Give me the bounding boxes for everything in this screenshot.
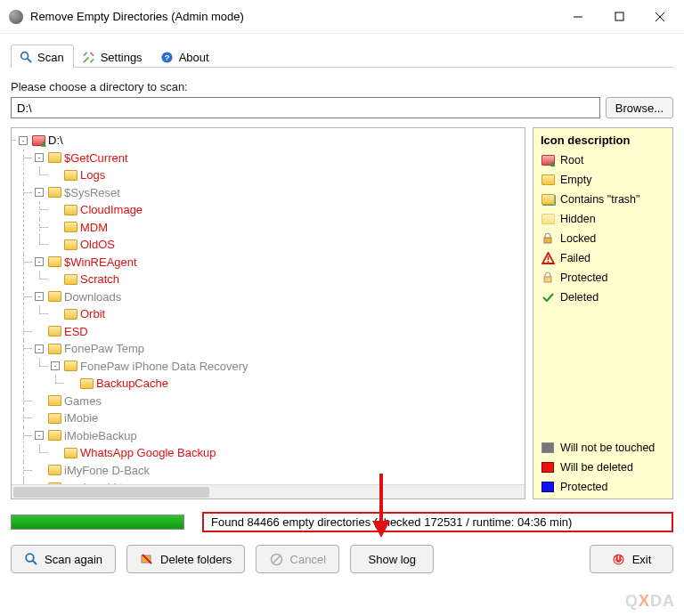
tree-item-label: iMobieBackup xyxy=(64,427,137,445)
tree-item[interactable]: Logs xyxy=(49,166,523,184)
folder-icon xyxy=(64,309,77,320)
tree-item-label: Logs xyxy=(80,166,105,184)
button-label: Browse... xyxy=(615,101,664,115)
tree-item[interactable]: WhatsApp Google Backup xyxy=(49,444,523,462)
tree-item[interactable]: ESD xyxy=(33,323,523,341)
search-icon xyxy=(19,50,33,64)
tree-item[interactable]: iMobie xyxy=(33,409,523,427)
folder-icon xyxy=(80,378,94,389)
folder-icon xyxy=(48,256,61,267)
button-label: Exit xyxy=(632,553,652,566)
shield-icon xyxy=(541,272,555,284)
root-icon xyxy=(541,154,555,166)
tab-label: About xyxy=(179,51,209,64)
tree-item-label: FonePaw Temp xyxy=(64,340,144,358)
progress-bar xyxy=(11,515,184,530)
legend-title: Icon description xyxy=(541,134,665,147)
folder-icon xyxy=(48,413,61,424)
expand-toggle[interactable]: - xyxy=(35,292,44,301)
expand-toggle[interactable]: - xyxy=(35,188,44,197)
tree-item[interactable]: Games xyxy=(33,393,523,410)
root-icon xyxy=(32,135,45,146)
warning-icon xyxy=(541,252,555,264)
tab-scan[interactable]: Scan xyxy=(11,45,74,68)
expand-toggle[interactable]: - xyxy=(19,136,28,145)
legend-root: Root xyxy=(541,154,665,166)
legend-not-touched: Will not be touched xyxy=(541,442,665,454)
tree-item[interactable]: Orbit xyxy=(49,305,523,323)
tab-label: Settings xyxy=(101,51,142,64)
show-log-button[interactable]: Show log xyxy=(350,545,434,573)
horizontal-scrollbar[interactable] xyxy=(12,484,525,498)
tree-view[interactable]: -D:\-$GetCurrentLogs-$SysResetCloudImage… xyxy=(11,127,525,499)
tree-item[interactable]: iMyFone D-Back xyxy=(33,462,523,480)
legend-hidden: Hidden xyxy=(541,213,665,225)
tree-item-label: Downloads xyxy=(64,288,121,306)
tree-item[interactable]: MDM xyxy=(49,219,523,237)
tools-icon xyxy=(82,50,96,64)
tree-item[interactable]: OldOS xyxy=(49,236,523,254)
delete-folders-button[interactable]: Delete folders xyxy=(126,545,245,573)
legend-panel: Icon description Root Empty Contains "tr… xyxy=(533,127,673,499)
tree-item[interactable]: CloudImage xyxy=(49,201,523,219)
status-text: Found 84466 empty directories (checked 1… xyxy=(202,512,673,532)
exit-icon xyxy=(612,552,626,566)
tree-item[interactable]: -$WinREAgent xyxy=(33,254,523,272)
cancel-button[interactable]: Cancel xyxy=(256,545,339,573)
tree-item[interactable]: BackupCache xyxy=(65,375,523,393)
help-icon: ? xyxy=(160,50,175,64)
tree-item[interactable]: Scratch xyxy=(49,271,523,288)
svg-point-12 xyxy=(26,554,34,562)
folder-icon xyxy=(64,222,77,232)
button-label: Delete folders xyxy=(160,553,232,566)
folder-hidden-icon xyxy=(541,213,555,225)
maximize-button[interactable] xyxy=(598,4,639,30)
legend-empty: Empty xyxy=(541,174,665,186)
directory-input[interactable] xyxy=(11,97,600,118)
tree-item-label: iMobie xyxy=(64,409,98,427)
browse-button[interactable]: Browse... xyxy=(606,97,673,118)
exit-button[interactable]: Exit xyxy=(590,545,673,573)
cancel-icon xyxy=(270,552,284,566)
expand-toggle[interactable]: - xyxy=(35,153,44,162)
tree-item[interactable]: -$SysReset xyxy=(33,184,523,202)
expand-toggle[interactable]: - xyxy=(35,431,44,440)
tree-item-label: FonePaw iPhone Data Recovery xyxy=(80,358,248,376)
folder-icon xyxy=(48,187,61,198)
folder-icon xyxy=(541,174,555,186)
lock-icon xyxy=(541,232,555,245)
tree-root[interactable]: -D:\ xyxy=(17,132,523,150)
svg-point-10 xyxy=(547,261,549,263)
svg-line-13 xyxy=(33,561,37,564)
tree-item-label: $GetCurrent xyxy=(64,150,128,167)
tab-about[interactable]: ? About xyxy=(152,45,219,68)
expand-toggle[interactable]: - xyxy=(35,257,44,266)
tab-settings[interactable]: Settings xyxy=(74,45,152,68)
folder-icon xyxy=(48,291,61,302)
expand-toggle[interactable]: - xyxy=(51,361,60,370)
close-button[interactable] xyxy=(639,4,680,30)
delete-icon xyxy=(140,552,154,566)
tree-item[interactable]: -Downloads xyxy=(33,288,523,306)
tree-item[interactable]: -FonePaw iPhone Data Recovery xyxy=(49,358,523,376)
tree-item-label: CloudImage xyxy=(80,201,142,219)
legend-trash: Contains "trash" xyxy=(541,193,665,206)
svg-text:?: ? xyxy=(165,53,170,62)
button-label: Cancel xyxy=(290,553,326,566)
tree-item[interactable]: -FonePaw Temp xyxy=(33,340,523,358)
tree-item-label: D:\ xyxy=(48,132,63,150)
scan-again-button[interactable]: Scan again xyxy=(11,545,116,573)
tree-item-label: Games xyxy=(64,393,102,410)
tree-item[interactable]: -$GetCurrent xyxy=(33,150,523,167)
minimize-button[interactable] xyxy=(558,4,598,30)
folder-icon xyxy=(64,448,77,458)
tree-item-label: OldOS xyxy=(80,236,115,254)
folder-icon xyxy=(48,395,61,406)
folder-icon xyxy=(48,430,61,441)
expand-toggle[interactable]: - xyxy=(35,344,44,353)
legend-will-delete: Will be deleted xyxy=(541,461,665,474)
watermark: QXDA xyxy=(625,592,675,611)
tree-item[interactable]: -iMobieBackup xyxy=(33,427,523,445)
svg-line-17 xyxy=(273,555,281,563)
folder-trash-icon xyxy=(541,193,555,206)
